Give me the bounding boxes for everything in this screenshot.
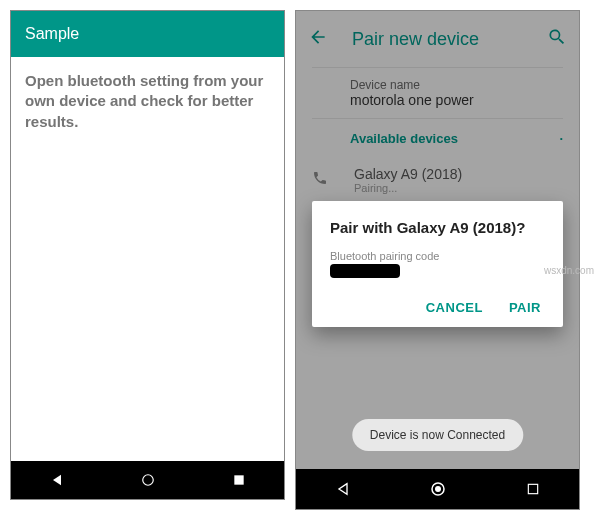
svg-rect-1 bbox=[234, 475, 243, 484]
device-entry-name: Galaxy A9 (2018) bbox=[354, 166, 462, 182]
pairing-code-redacted bbox=[330, 264, 400, 278]
nav-recent-icon[interactable] bbox=[526, 482, 540, 496]
phone-icon bbox=[312, 170, 328, 190]
nav-back-icon[interactable] bbox=[335, 481, 351, 497]
phone-sample-app: Sample Open bluetooth setting from your … bbox=[10, 10, 285, 500]
nav-recent-icon[interactable] bbox=[232, 473, 246, 487]
dialog-action-row: CANCEL PAIR bbox=[330, 294, 545, 321]
app-bar-title: Sample bbox=[25, 25, 79, 43]
instruction-text: Open bluetooth setting from your own dev… bbox=[11, 57, 284, 146]
device-entry-status: Pairing... bbox=[354, 182, 462, 194]
device-name-section[interactable]: Device name motorola one power bbox=[296, 68, 579, 118]
found-device-row[interactable]: Galaxy A9 (2018) Pairing... bbox=[296, 158, 579, 202]
pairing-dialog: Pair with Galaxy A9 (2018)? Bluetooth pa… bbox=[312, 201, 563, 327]
nav-home-icon[interactable] bbox=[429, 480, 447, 498]
device-name-value: motorola one power bbox=[350, 92, 525, 108]
svg-rect-4 bbox=[528, 484, 537, 493]
refresh-spinner-icon: · bbox=[559, 131, 563, 146]
pairing-code-label: Bluetooth pairing code bbox=[330, 250, 545, 262]
settings-header: Pair new device bbox=[296, 11, 579, 67]
settings-title: Pair new device bbox=[352, 29, 523, 50]
cancel-button[interactable]: CANCEL bbox=[426, 300, 483, 315]
device-name-label: Device name bbox=[350, 78, 525, 92]
available-devices-row: Available devices · bbox=[296, 119, 579, 158]
dialog-title: Pair with Galaxy A9 (2018)? bbox=[330, 219, 545, 236]
app-bar: Sample bbox=[11, 11, 284, 57]
svg-point-3 bbox=[435, 486, 441, 492]
back-arrow-icon[interactable] bbox=[308, 27, 328, 51]
svg-point-0 bbox=[143, 475, 154, 486]
available-devices-label: Available devices bbox=[350, 131, 559, 146]
watermark-text: wsxdn.com bbox=[544, 265, 594, 276]
android-nav-bar bbox=[296, 469, 579, 509]
android-nav-bar bbox=[11, 461, 284, 499]
connected-toast: Device is now Connected bbox=[352, 419, 523, 451]
pair-button[interactable]: PAIR bbox=[509, 300, 541, 315]
search-icon[interactable] bbox=[547, 27, 567, 51]
nav-back-icon[interactable] bbox=[49, 472, 65, 488]
nav-home-icon[interactable] bbox=[141, 473, 155, 487]
phone-bluetooth-settings: Pair new device Device name motorola one… bbox=[295, 10, 580, 510]
